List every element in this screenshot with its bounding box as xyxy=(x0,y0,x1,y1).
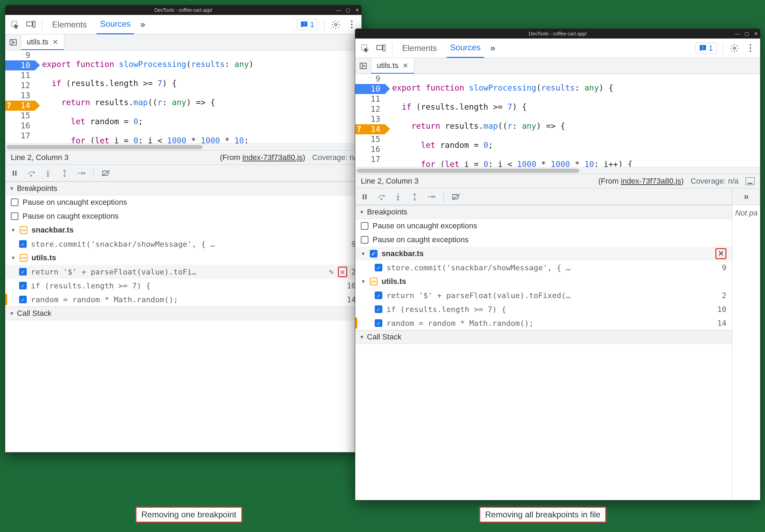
navigator-toggle-icon[interactable] xyxy=(5,34,21,50)
line-number[interactable]: 11 xyxy=(5,70,35,81)
tab-sources[interactable]: Sources xyxy=(97,15,134,34)
breakpoint-row[interactable]: return '$' + parseFloat(value).toFi… ✎ ✕… xyxy=(5,265,361,279)
line-number[interactable]: 11 xyxy=(355,94,385,104)
code-editor[interactable]: 9 10 11 12 13 ?14 15 16 17 export functi… xyxy=(355,74,760,167)
step-icon[interactable] xyxy=(77,169,86,178)
deactivate-breakpoints-icon[interactable] xyxy=(101,169,110,178)
checkbox-checked[interactable] xyxy=(375,319,382,327)
checkbox[interactable] xyxy=(11,199,18,206)
line-number-breakpoint[interactable]: 10 xyxy=(5,60,35,70)
maximize-button[interactable]: ▢ xyxy=(346,7,350,13)
source-map-info[interactable]: (From index-73f73a80.js) xyxy=(220,153,305,162)
minimize-button[interactable]: — xyxy=(735,31,740,36)
line-number[interactable]: 9 xyxy=(355,74,385,84)
maximize-button[interactable]: ▢ xyxy=(745,31,749,36)
breakpoint-file-header[interactable]: ▼ <> utils.ts xyxy=(355,275,732,288)
close-button[interactable]: ✕ xyxy=(754,31,758,36)
horizontal-scrollbar[interactable] xyxy=(355,167,760,174)
pause-caught-row[interactable]: Pause on caught exceptions xyxy=(5,209,361,223)
pause-icon[interactable] xyxy=(360,192,369,201)
line-number[interactable]: 17 xyxy=(355,154,385,164)
step-into-icon[interactable] xyxy=(43,169,52,178)
file-tab-utils[interactable]: utils.ts ✕ xyxy=(371,58,414,74)
edit-icon[interactable]: ✎ xyxy=(329,268,333,276)
line-number[interactable]: 13 xyxy=(355,114,385,124)
code-editor[interactable]: 9 10 11 12 13 ?14 15 16 17 export functi… xyxy=(5,50,361,143)
breakpoint-row[interactable]: if (results.length >= 7) { 10 xyxy=(355,302,732,316)
line-number[interactable]: 15 xyxy=(5,111,35,121)
step-icon[interactable] xyxy=(427,192,436,201)
deactivate-breakpoints-icon[interactable] xyxy=(451,192,460,201)
line-number[interactable]: 13 xyxy=(5,91,35,101)
gear-icon[interactable] xyxy=(730,43,739,53)
close-button[interactable]: ✕ xyxy=(355,7,359,13)
breakpoint-file-header[interactable]: ▼ snackbar.ts ✕ xyxy=(355,247,732,261)
step-out-icon[interactable] xyxy=(60,169,69,178)
minimize-button[interactable]: — xyxy=(336,7,341,13)
breakpoint-file-header[interactable]: ▼ <> snackbar.ts xyxy=(5,223,361,237)
inspect-icon[interactable] xyxy=(360,43,370,53)
device-toggle-icon[interactable] xyxy=(376,43,386,53)
source-map-info[interactable]: (From index-73f73a80.js) xyxy=(598,177,684,186)
code-content[interactable]: export function slowProcessing(results: … xyxy=(35,50,253,143)
breakpoint-row[interactable]: store.commit('snackbar/showMessage', { …… xyxy=(355,261,732,275)
close-icon[interactable]: ✕ xyxy=(52,38,58,46)
issues-badge[interactable]: 1 xyxy=(297,19,318,30)
breakpoint-row[interactable]: if (results.length >= 7) { 10 xyxy=(5,279,361,293)
tab-overflow-icon[interactable]: » xyxy=(490,43,495,53)
kebab-menu-icon[interactable]: ⋮ xyxy=(347,20,357,29)
checkbox-checked[interactable] xyxy=(375,264,382,271)
tab-overflow-icon[interactable]: » xyxy=(140,19,145,30)
checkbox-checked[interactable] xyxy=(370,250,377,257)
line-number[interactable]: 16 xyxy=(5,121,35,131)
step-over-icon[interactable] xyxy=(27,169,36,178)
line-number-breakpoint[interactable]: 10 xyxy=(355,84,385,94)
line-number[interactable]: 16 xyxy=(355,144,385,154)
line-number[interactable]: 15 xyxy=(355,134,385,144)
line-number[interactable]: 9 xyxy=(5,50,35,60)
pause-icon[interactable] xyxy=(10,169,19,178)
tab-sources[interactable]: Sources xyxy=(447,39,484,58)
breakpoints-section-header[interactable]: ▼ Breakpoints xyxy=(355,205,732,219)
issues-badge[interactable]: 1 xyxy=(695,43,717,54)
step-into-icon[interactable] xyxy=(393,192,402,201)
checkbox[interactable] xyxy=(11,212,18,220)
navigator-toggle-icon[interactable] xyxy=(355,58,371,74)
horizontal-scrollbar[interactable] xyxy=(5,143,361,150)
checkbox-checked[interactable] xyxy=(19,268,27,276)
gear-icon[interactable] xyxy=(331,20,341,29)
callstack-section-header[interactable]: ▼ Call Stack xyxy=(355,330,732,344)
close-icon[interactable]: ✕ xyxy=(718,249,724,258)
callstack-section-header[interactable]: ▼ Call Stack xyxy=(5,306,361,320)
checkbox[interactable] xyxy=(361,236,368,244)
kebab-menu-icon[interactable]: ⋮ xyxy=(746,43,755,53)
breakpoints-section-header[interactable]: ▼ Breakpoints xyxy=(5,181,361,195)
step-over-icon[interactable] xyxy=(377,192,386,201)
checkbox[interactable] xyxy=(361,222,368,230)
checkbox-checked[interactable] xyxy=(19,296,27,303)
close-icon[interactable]: ✕ xyxy=(340,268,345,276)
device-toggle-icon[interactable] xyxy=(26,20,36,29)
line-number[interactable]: 12 xyxy=(5,81,35,91)
checkbox-checked[interactable] xyxy=(375,292,382,299)
line-number-cond-breakpoint[interactable]: ?14 xyxy=(5,101,35,111)
breakpoint-row[interactable]: random = random * Math.random(); 14 xyxy=(5,293,361,306)
code-content[interactable]: export function slowProcessing(results: … xyxy=(385,74,632,167)
gutter[interactable]: 9 10 11 12 13 ?14 15 16 17 xyxy=(355,74,385,167)
breakpoint-file-header[interactable]: ▼ <> utils.ts xyxy=(5,251,361,265)
breakpoint-row[interactable]: random = random * Math.random(); 14 xyxy=(355,316,732,330)
checkbox-checked[interactable] xyxy=(19,240,27,248)
close-icon[interactable]: ✕ xyxy=(402,61,408,70)
file-tab-utils[interactable]: utils.ts ✕ xyxy=(21,34,64,50)
breakpoint-row[interactable]: store.commit('snackbar/showMessage', { …… xyxy=(5,237,361,251)
line-number-cond-breakpoint[interactable]: ?14 xyxy=(355,124,385,134)
pause-uncaught-row[interactable]: Pause on uncaught exceptions xyxy=(355,219,732,233)
step-out-icon[interactable] xyxy=(410,192,419,201)
pretty-print-icon[interactable] xyxy=(746,177,755,185)
breakpoint-row[interactable]: return '$' + parseFloat(value).toFixed(…… xyxy=(355,288,732,302)
checkbox-checked[interactable] xyxy=(375,305,382,313)
tab-elements[interactable]: Elements xyxy=(49,15,90,34)
panel-overflow-icon[interactable]: » xyxy=(732,188,760,205)
tab-elements[interactable]: Elements xyxy=(399,39,440,58)
inspect-icon[interactable] xyxy=(10,20,20,29)
